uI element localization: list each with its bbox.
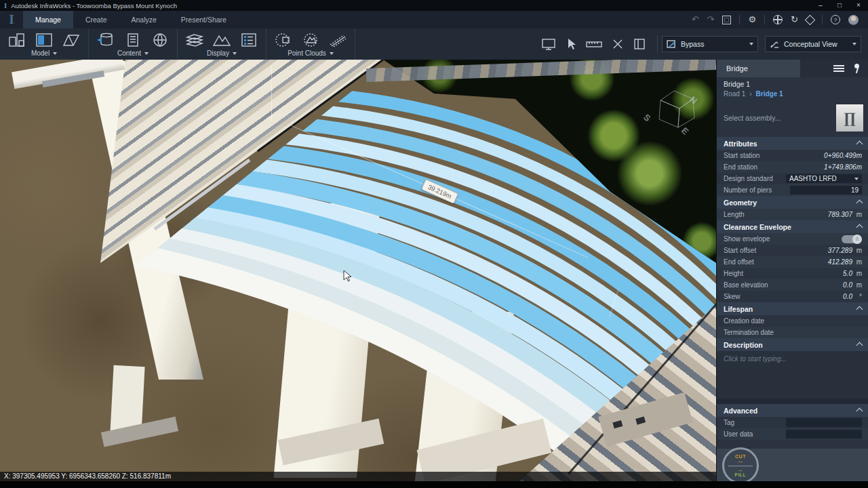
fill-label: FILL	[735, 472, 747, 477]
point-cloud-linear-icon[interactable]	[328, 31, 348, 49]
tab-analyze[interactable]: Analyze	[119, 11, 168, 28]
row-user-data: User data	[717, 428, 868, 440]
measure-icon[interactable]	[585, 37, 603, 52]
tab-create[interactable]: Create	[73, 11, 119, 28]
row-skew: Skew 0.0 °	[717, 291, 868, 302]
view-selector-value: Conceptual View	[784, 40, 837, 48]
scale-frame-icon[interactable]	[722, 16, 731, 24]
section-advanced[interactable]: Advanced	[717, 404, 868, 417]
assembly-placeholder: Select assembly...	[724, 114, 836, 122]
model-selector-dropdown[interactable]: Bypass	[662, 36, 758, 52]
bottom-black-bar	[0, 481, 868, 488]
chevron-up-icon	[856, 408, 863, 415]
model-properties-icon[interactable]	[34, 31, 54, 49]
row-termination-date: Termination date	[717, 327, 868, 338]
cut-fill-gauge: CUT -- -- FILL	[722, 447, 759, 484]
terrain-icon[interactable]	[212, 31, 232, 49]
row-base-elevation: Base elevation 0.0 m	[717, 279, 868, 291]
section-attributes[interactable]: Attributes	[717, 137, 868, 150]
panel-tab-bridge[interactable]: Bridge	[717, 60, 800, 77]
tab-manage[interactable]: Manage	[23, 11, 73, 28]
breadcrumb-separator-icon: ›	[749, 90, 751, 98]
show-envelope-toggle[interactable]: 0	[842, 235, 862, 243]
tools-icon[interactable]	[611, 37, 625, 52]
view-selector-dropdown[interactable]: Conceptual View	[765, 36, 861, 52]
tab-present-share[interactable]: Present/Share	[169, 11, 239, 28]
style-pencil-icon	[770, 39, 779, 49]
row-tag: Tag	[717, 417, 868, 428]
legend-panel-icon[interactable]	[239, 31, 259, 49]
undo-icon[interactable]: ↶	[692, 11, 699, 28]
section-description[interactable]: Description	[717, 338, 868, 351]
display-group-label[interactable]: Display	[207, 49, 237, 58]
assembly-selector[interactable]: Select assembly... ∏	[717, 99, 868, 137]
app-window: I Autodesk InfraWorks - Toowoomba Bypass…	[0, 0, 868, 488]
pin-icon[interactable]	[851, 63, 862, 74]
ribbon-tab-bar: I Manage Create Analyze Present/Share ↶ …	[0, 11, 868, 28]
chevron-up-icon	[856, 342, 863, 349]
description-input[interactable]: Click to start typing...	[717, 351, 868, 399]
maximize-button[interactable]: □	[830, 0, 849, 11]
row-height: Height 5.0 m	[717, 268, 868, 279]
assembly-thumbnail[interactable]: ∏	[836, 104, 863, 131]
row-design-standard: Design standard AASHTO LRFD	[717, 173, 868, 184]
view-cube[interactable]	[646, 85, 705, 145]
storyboard-icon[interactable]	[633, 37, 646, 52]
window-title: Autodesk InfraWorks - Toowoomba Bypass M…	[11, 2, 177, 9]
cut-fill-panel: CUT -- -- FILL	[717, 449, 868, 481]
design-standard-dropdown[interactable]: AASHTO LRFD	[786, 174, 862, 183]
chevron-down-icon	[852, 43, 856, 45]
point-cloud-theme-icon[interactable]	[273, 31, 294, 49]
viewport-3d[interactable]: 39.219m N S E X: 397305.495953 Y: 695634…	[0, 60, 716, 481]
screenshot-icon[interactable]	[540, 37, 557, 52]
point-clouds-group-label[interactable]: Point Clouds	[288, 49, 334, 58]
layers-icon[interactable]	[184, 31, 205, 49]
sync-icon[interactable]: ↻	[791, 11, 798, 28]
model-cube-icon[interactable]	[805, 14, 816, 25]
panel-menu-icon[interactable]	[833, 65, 844, 72]
web-content-icon[interactable]	[150, 31, 170, 49]
section-geometry[interactable]: Geometry	[717, 196, 868, 209]
tag-input[interactable]	[786, 418, 862, 427]
fill-value: --	[738, 468, 743, 472]
section-clearance-envelope[interactable]: Clearance Envelope	[717, 220, 868, 233]
chevron-down-icon	[53, 52, 57, 55]
chevron-up-icon	[856, 224, 863, 231]
home-globe-icon[interactable]	[773, 15, 783, 24]
redo-icon[interactable]: ↷	[707, 11, 715, 28]
row-show-envelope: Show envelope 0	[717, 233, 868, 245]
toolbar-group-model: Model	[0, 28, 89, 60]
chevron-down-icon	[144, 52, 149, 55]
minimize-button[interactable]: –	[811, 0, 830, 11]
settings-gear-icon[interactable]: ⚙	[748, 11, 756, 28]
title-bar: I Autodesk InfraWorks - Toowoomba Bypass…	[0, 0, 868, 11]
infraworks-logo-icon[interactable]: I	[0, 11, 23, 28]
proposal-icon	[667, 39, 676, 49]
panel-header: Bridge	[717, 60, 868, 77]
model-selector-value: Bypass	[681, 40, 704, 48]
help-icon[interactable]: ?	[831, 15, 840, 24]
user-data-input[interactable]	[786, 430, 862, 439]
number-of-piers-input[interactable]: 19	[790, 186, 862, 195]
app-icon: I	[4, 1, 7, 9]
status-bar: X: 397305.495953 Y: 6956343.658260 Z: 51…	[0, 472, 716, 481]
content-group-label[interactable]: Content	[117, 49, 149, 58]
breadcrumb-parent[interactable]: Road 1	[724, 90, 745, 98]
data-source-icon[interactable]	[96, 31, 116, 49]
coverage-icon[interactable]	[61, 31, 81, 49]
selected-item-name: Bridge 1	[717, 77, 868, 89]
select-cursor-icon[interactable]	[565, 37, 577, 52]
mouse-cursor	[342, 270, 353, 283]
avatar[interactable]	[848, 15, 859, 25]
chevron-down-icon	[749, 43, 753, 45]
point-cloud-terrain-icon[interactable]	[300, 31, 321, 49]
row-start-offset: Start offset 377.289 m	[717, 245, 868, 256]
model-import-icon[interactable]	[123, 31, 143, 49]
row-number-of-piers: Number of piers 19	[717, 184, 868, 196]
breadcrumb-current[interactable]: Bridge 1	[756, 90, 783, 98]
bearing-pad	[635, 416, 646, 424]
close-button[interactable]: ×	[849, 0, 868, 11]
model-group-label[interactable]: Model	[31, 49, 57, 58]
section-lifespan[interactable]: Lifespan	[717, 302, 868, 315]
city-model-icon[interactable]	[7, 31, 27, 49]
